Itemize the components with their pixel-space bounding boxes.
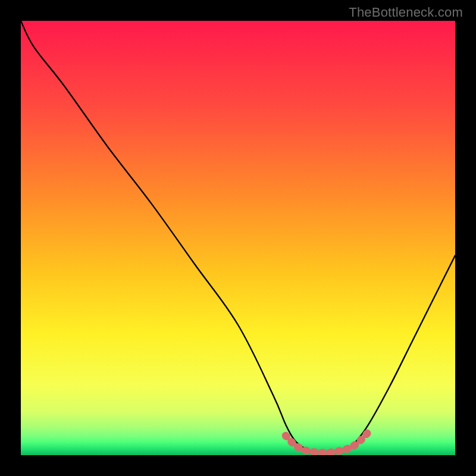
chart-frame: TheBottleneck.com: [0, 0, 476, 476]
series-flat-segment: [286, 429, 370, 453]
chart-lines: [21, 21, 455, 455]
series-curve: [21, 21, 455, 453]
plot-area: [21, 21, 455, 455]
watermark-text: TheBottleneck.com: [349, 5, 463, 20]
